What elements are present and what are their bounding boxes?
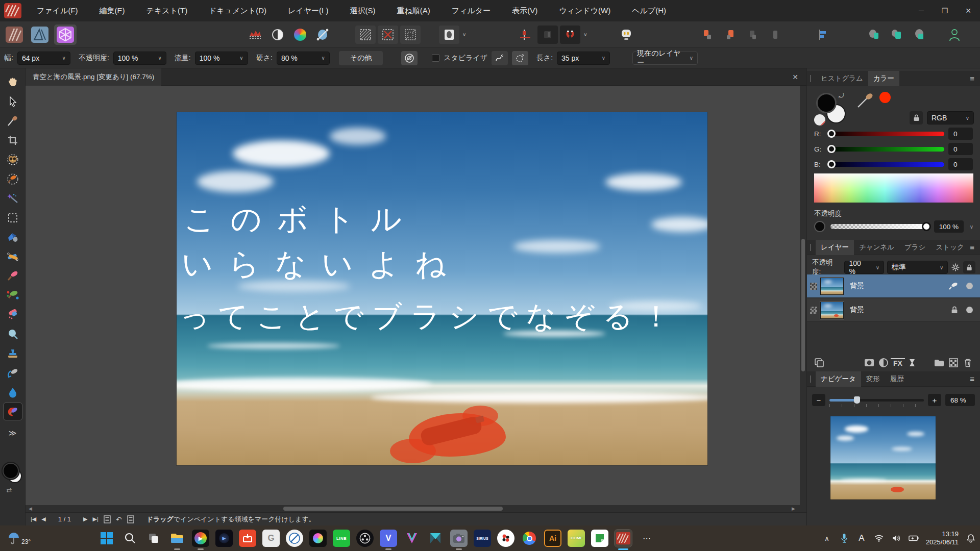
weather-widget[interactable]: 23°	[7, 531, 84, 545]
zoom-out-button[interactable]: −	[812, 394, 825, 406]
crop-tool[interactable]	[4, 132, 22, 148]
taskbar-clock[interactable]: 13:19 2025/06/11	[926, 530, 959, 546]
deselect-button[interactable]	[378, 26, 398, 44]
task-view-button[interactable]	[145, 530, 162, 547]
sirius-app-button[interactable]: SIRIUS	[474, 530, 491, 547]
select-all-button[interactable]	[355, 26, 376, 44]
colour-picker-tool[interactable]	[4, 112, 22, 129]
foreground-colour-swatch[interactable]	[3, 463, 19, 479]
target-layer-dropdown[interactable]: 現在のレイヤー∨	[632, 52, 698, 65]
speaker-icon[interactable]	[891, 534, 901, 542]
homepage-builder-button[interactable]: HOME	[568, 530, 585, 547]
taskbar-search-button[interactable]	[121, 530, 139, 547]
menu-text[interactable]: テキスト(T)	[139, 3, 195, 19]
green-value[interactable]: 0	[948, 143, 973, 155]
lock-button[interactable]	[910, 111, 923, 124]
layer-drag-handle-icon[interactable]	[807, 307, 820, 314]
file-explorer-button[interactable]	[168, 530, 186, 547]
insert-behind-button[interactable]	[864, 26, 885, 44]
close-button[interactable]: ✕	[957, 0, 980, 21]
swap-colours-icon[interactable]: ⤾	[839, 92, 844, 100]
zoom-slider-thumb[interactable]	[854, 396, 860, 404]
first-page-icon[interactable]: |◀	[31, 516, 36, 522]
chrome-button[interactable]	[521, 530, 538, 547]
next-page-icon[interactable]: ▶	[83, 516, 87, 522]
red-slider-knob[interactable]	[827, 130, 836, 138]
layer-thumbnail[interactable]	[820, 278, 844, 295]
camera-app-button[interactable]	[450, 530, 468, 547]
document-icon[interactable]	[127, 515, 134, 523]
colour-replacement-tool[interactable]	[4, 287, 22, 304]
green-slider-knob[interactable]	[827, 145, 836, 153]
layer-settings-gear-icon[interactable]	[951, 263, 960, 272]
selection-brush-tool[interactable]	[4, 170, 22, 187]
panel-menu-icon[interactable]: ≡	[970, 243, 975, 252]
blue-slider[interactable]	[828, 162, 944, 167]
tab-stock[interactable]: ストック	[931, 240, 969, 255]
group-layers-icon[interactable]	[932, 358, 946, 367]
canvas-viewport[interactable]: このボトル いらないよね ってことでブラシでなぞる！ ◀ ▶	[26, 86, 806, 512]
duplicate-layers-icon[interactable]	[812, 357, 826, 368]
inpainting-brush-tool[interactable]	[4, 403, 22, 420]
red-capture-app-button[interactable]	[239, 530, 256, 547]
tray-chevron-up-icon[interactable]: ∧	[822, 535, 832, 542]
menu-layer[interactable]: レイヤー(L)	[281, 3, 335, 19]
affinity-photo-taskbar-button[interactable]	[615, 530, 632, 547]
live-filter-fx-icon[interactable]: FX	[891, 358, 905, 367]
blue-value[interactable]: 0	[948, 158, 973, 170]
view-tool[interactable]	[4, 73, 22, 90]
undo-history-icon[interactable]: ↶	[116, 515, 122, 523]
vertical-scrollbar[interactable]	[800, 86, 806, 512]
layers-lock-button[interactable]	[963, 261, 975, 273]
panel-menu-icon[interactable]: ≡	[970, 374, 975, 383]
assistant-button[interactable]	[616, 26, 636, 44]
erase-tool[interactable]	[4, 248, 22, 265]
menu-document[interactable]: ドキュメント(D)	[202, 3, 274, 19]
opacity-slider-knob[interactable]	[922, 222, 931, 231]
panel-grip[interactable]	[810, 244, 812, 251]
tab-navigator[interactable]: ナビゲータ	[816, 371, 861, 387]
green-slider[interactable]	[828, 147, 944, 152]
develop-persona-button[interactable]	[54, 24, 77, 45]
vegas-app-button[interactable]	[403, 530, 421, 547]
horizontal-scrollbar[interactable]: ◀ ▶	[26, 505, 806, 512]
last-page-icon[interactable]: ▶|	[93, 516, 99, 522]
tab-colour[interactable]: カラー	[868, 71, 899, 86]
colour-well[interactable]: ⇄	[3, 463, 23, 483]
menu-filter[interactable]: フィルター	[445, 3, 498, 19]
flood-select-tool[interactable]	[4, 190, 22, 207]
invert-selection-button[interactable]	[400, 26, 421, 44]
auto-white-balance-button[interactable]	[312, 26, 333, 44]
opacity-black-knob[interactable]	[814, 221, 825, 232]
blue-slider-knob[interactable]	[827, 160, 836, 168]
snapping-magnet-button[interactable]	[560, 26, 580, 44]
adjustment-layer-icon[interactable]	[876, 358, 891, 368]
menu-window[interactable]: ウィンドウ(W)	[552, 3, 618, 19]
vertical-scrollbar-thumb[interactable]	[801, 239, 805, 371]
pixel-tool[interactable]	[4, 306, 22, 323]
move-to-back-button[interactable]	[765, 26, 786, 44]
insert-inside-button[interactable]	[887, 26, 907, 44]
v-app-button[interactable]: V	[380, 530, 397, 547]
move-tool[interactable]	[4, 93, 22, 110]
quick-mask-button[interactable]	[439, 26, 459, 44]
zoom-in-button[interactable]: +	[928, 394, 941, 406]
layer-row-1[interactable]: 背景	[807, 274, 980, 298]
insert-on-top-button[interactable]	[909, 26, 929, 44]
media-player-dark-button[interactable]: ▶	[215, 530, 233, 547]
tab-histogram[interactable]: ヒストグラム	[816, 71, 868, 86]
tab-history[interactable]: 履歴	[885, 371, 909, 387]
account-button[interactable]	[944, 26, 965, 44]
layer-options-checker-icon[interactable]	[946, 358, 961, 367]
mask-layer-icon[interactable]	[862, 358, 876, 367]
layer-drag-handle-icon[interactable]	[807, 283, 820, 290]
paint-brush-tool[interactable]	[4, 267, 22, 284]
layer-thumbnail[interactable]	[820, 302, 844, 319]
move-backward-button[interactable]	[743, 26, 763, 44]
start-button[interactable]	[98, 530, 115, 547]
width-field[interactable]: 64 px∨	[17, 52, 70, 65]
clone-stamp-tool[interactable]	[4, 345, 22, 362]
green-note-app-button[interactable]	[591, 530, 608, 547]
line-app-button[interactable]: LINE	[333, 530, 350, 547]
sampled-colour-swatch[interactable]	[879, 92, 891, 103]
